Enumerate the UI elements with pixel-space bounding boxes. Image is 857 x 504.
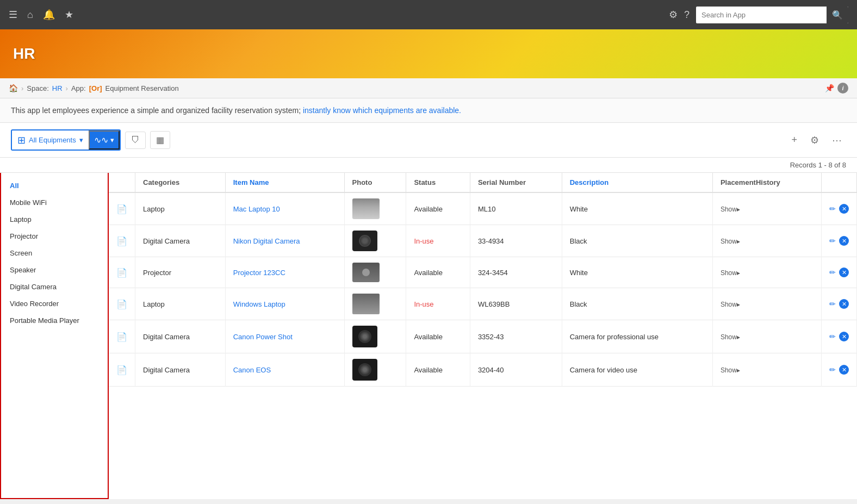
photo-thumbnail	[352, 294, 380, 314]
row-serial: 324-3454	[470, 257, 562, 288]
action-buttons: ✏✕	[829, 365, 849, 375]
action-buttons: ✏✕	[829, 332, 849, 341]
category-item[interactable]: Video Recorder	[1, 295, 108, 312]
add-button[interactable]: +	[787, 132, 802, 148]
delete-button[interactable]: ✕	[839, 365, 849, 375]
placement-show-link[interactable]: Show▸	[721, 238, 740, 245]
row-photo	[344, 192, 406, 225]
more-button[interactable]: ⋯	[828, 132, 846, 148]
info-icon[interactable]: i	[837, 83, 848, 94]
edit-button[interactable]: ✏	[829, 204, 836, 213]
table-header-row: Categories Item Name Photo Status Serial…	[109, 173, 857, 192]
row-doc-icon: 📄	[109, 288, 135, 320]
row-photo	[344, 288, 406, 320]
edit-button[interactable]: ✏	[829, 268, 836, 277]
row-description: Camera for video use	[562, 353, 712, 387]
search-input[interactable]	[696, 8, 827, 22]
table-row: 📄ProjectorProjector 123CCAvailable324-34…	[109, 257, 857, 288]
row-doc-icon: 📄	[109, 257, 135, 288]
breadcrumb-app-icon: [Or]	[89, 84, 102, 92]
settings-toolbar-button[interactable]: ⚙	[806, 132, 823, 148]
category-item[interactable]: All	[1, 177, 108, 194]
row-actions: ✏✕	[822, 225, 857, 257]
toolbar: ⊞ All Equipments ▾ ∿∿ ▾ ⛉ ▦ + ⚙ ⋯	[0, 123, 857, 158]
bell-icon[interactable]: 🔔	[43, 9, 55, 21]
home-breadcrumb-icon[interactable]: 🏠	[9, 84, 18, 92]
delete-button[interactable]: ✕	[839, 299, 849, 309]
settings-icon[interactable]: ⚙	[669, 9, 678, 21]
edit-button[interactable]: ✏	[829, 365, 836, 374]
filter-button[interactable]: ⛉	[125, 132, 146, 149]
search-button[interactable]: 🔍	[827, 7, 848, 23]
row-placement[interactable]: Show▸	[712, 320, 821, 353]
row-item-name[interactable]: Canon EOS	[225, 353, 344, 387]
pin-icon[interactable]: 📌	[825, 84, 834, 92]
row-category: Digital Camera	[135, 320, 226, 353]
edit-button[interactable]: ✏	[829, 300, 836, 308]
share-view-button[interactable]: ∿∿ ▾	[89, 130, 120, 150]
row-item-name[interactable]: Projector 123CC	[225, 257, 344, 288]
delete-button[interactable]: ✕	[839, 204, 849, 214]
breadcrumb-sep1: ›	[21, 84, 23, 92]
row-serial: 3352-43	[470, 320, 562, 353]
table-row: 📄LaptopMac Laptop 10AvailableML10WhiteSh…	[109, 192, 857, 225]
placement-show-link[interactable]: Show▸	[721, 366, 740, 374]
row-placement[interactable]: Show▸	[712, 288, 821, 320]
breadcrumb-space-value[interactable]: HR	[52, 84, 63, 92]
row-photo	[344, 353, 406, 387]
star-icon[interactable]: ★	[65, 9, 73, 21]
placement-show-link[interactable]: Show▸	[721, 333, 740, 341]
row-description: Camera for professional use	[562, 320, 712, 353]
help-icon[interactable]: ?	[684, 9, 690, 21]
breadcrumb: 🏠 › Space: HR › App: [Or] Equipment Rese…	[0, 78, 857, 98]
category-item[interactable]: Mobile WiFi	[1, 194, 108, 211]
top-nav: ☰ ⌂ 🔔 ★ ⚙ ? 🔍	[0, 0, 857, 29]
edit-button[interactable]: ✏	[829, 237, 836, 245]
view-selector: ⊞ All Equipments ▾ ∿∿ ▾	[11, 129, 121, 151]
row-status: Available	[406, 353, 470, 387]
row-description: Black	[562, 225, 712, 257]
th-item-name: Item Name	[225, 173, 344, 192]
action-buttons: ✏✕	[829, 267, 849, 277]
placement-show-link[interactable]: Show▸	[721, 269, 740, 277]
view-selector-label[interactable]: ⊞ All Equipments ▾	[12, 131, 89, 150]
th-icon	[109, 173, 135, 192]
row-placement[interactable]: Show▸	[712, 257, 821, 288]
category-item[interactable]: Portable Media Player	[1, 312, 108, 329]
row-description: White	[562, 257, 712, 288]
row-placement[interactable]: Show▸	[712, 353, 821, 387]
row-item-name[interactable]: Windows Laptop	[225, 288, 344, 320]
th-serial: Serial Number	[470, 173, 562, 192]
table-row: 📄Digital CameraNikon Digital CameraIn-us…	[109, 225, 857, 257]
home-icon[interactable]: ⌂	[27, 9, 33, 21]
document-icon: 📄	[116, 300, 127, 309]
app-title: HR	[13, 45, 35, 63]
table-row: 📄Digital CameraCanon EOSAvailable3204-40…	[109, 353, 857, 387]
category-item[interactable]: Digital Camera	[1, 278, 108, 295]
chart-button[interactable]: ▦	[150, 131, 170, 149]
category-item[interactable]: Speaker	[1, 262, 108, 278]
row-actions: ✏✕	[822, 320, 857, 353]
category-item[interactable]: Screen	[1, 245, 108, 262]
action-buttons: ✏✕	[829, 204, 849, 214]
photo-thumbnail	[352, 231, 377, 251]
placement-show-link[interactable]: Show▸	[721, 301, 740, 308]
category-item[interactable]: Projector	[1, 228, 108, 245]
document-icon: 📄	[116, 268, 127, 277]
menu-icon[interactable]: ☰	[9, 9, 17, 21]
delete-button[interactable]: ✕	[839, 332, 849, 341]
edit-button[interactable]: ✏	[829, 332, 836, 341]
row-placement[interactable]: Show▸	[712, 192, 821, 225]
row-item-name[interactable]: Mac Laptop 10	[225, 192, 344, 225]
row-serial: 33-4934	[470, 225, 562, 257]
delete-button[interactable]: ✕	[839, 236, 849, 246]
category-item[interactable]: Laptop	[1, 211, 108, 228]
row-item-name[interactable]: Nikon Digital Camera	[225, 225, 344, 257]
row-item-name[interactable]: Canon Power Shot	[225, 320, 344, 353]
top-nav-right: ⚙ ? 🔍	[669, 7, 848, 23]
delete-button[interactable]: ✕	[839, 267, 849, 277]
placement-show-link[interactable]: Show▸	[721, 206, 740, 213]
row-placement[interactable]: Show▸	[712, 225, 821, 257]
breadcrumb-app-name: Equipment Reservation	[105, 84, 179, 92]
share-icon: ∿∿	[94, 135, 108, 145]
